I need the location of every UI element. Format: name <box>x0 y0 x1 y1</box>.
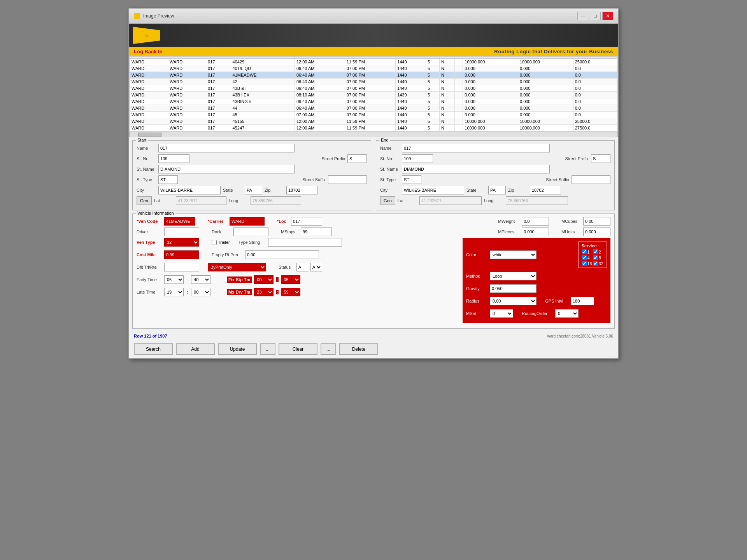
end-stno-input[interactable] <box>402 154 433 163</box>
table-cell: 017 <box>206 79 231 85</box>
method-select[interactable]: Loop <box>490 272 537 280</box>
color-select[interactable]: white <box>490 250 537 259</box>
munits-input[interactable] <box>583 228 610 236</box>
end-zip-input[interactable] <box>530 186 561 194</box>
mweight-input[interactable] <box>522 217 549 226</box>
service-32-check[interactable] <box>593 261 598 266</box>
start-prefix-input[interactable] <box>347 154 367 163</box>
end-name-input[interactable] <box>402 144 550 152</box>
end-lat-input[interactable] <box>419 196 482 205</box>
fix-stp-m-select[interactable]: 05 <box>281 275 300 284</box>
table-cell: 1439 <box>396 92 426 98</box>
gps-intvl-input[interactable] <box>571 297 594 305</box>
start-stname-input[interactable] <box>158 165 295 173</box>
clear-button[interactable]: Clear <box>279 343 317 355</box>
start-long-input[interactable] <box>251 196 301 205</box>
table-row[interactable]: WARDWARD0174042912:00 AM11:59 PM14405N10… <box>130 59 617 65</box>
minimize-button[interactable]: — <box>577 12 588 20</box>
cost-mile-input[interactable] <box>164 250 199 259</box>
table-row[interactable]: WARDWARD0174524712:00 AM11:59 PM14405N10… <box>130 125 617 131</box>
end-geo-button[interactable]: Geo <box>380 196 395 205</box>
start-name-input[interactable] <box>158 144 295 152</box>
veh-type-select[interactable]: 32 <box>164 238 199 247</box>
scrollbar-thumb[interactable] <box>138 133 161 136</box>
early-time-m-select[interactable]: 40 <box>191 275 210 284</box>
routing-order-select[interactable]: 0 <box>555 309 579 318</box>
table-cell: 0.000 <box>463 65 518 72</box>
dock-input[interactable] <box>233 228 268 236</box>
mset-select[interactable]: 0 <box>490 309 513 318</box>
carrier-input[interactable] <box>230 217 265 226</box>
table-cell <box>455 125 463 131</box>
table-row[interactable]: WARDWARD01741MEADWE06:40 AM07:00 PM14405… <box>130 72 617 79</box>
veh-code-input[interactable] <box>164 217 195 226</box>
start-state-input[interactable] <box>245 186 262 194</box>
mx-drv-h-select[interactable]: 23 <box>254 288 274 296</box>
data-table-container[interactable]: WARDWARD0174042912:00 AM11:59 PM14405N10… <box>129 56 618 132</box>
status-input[interactable] <box>296 263 308 271</box>
start-suffix-input[interactable] <box>328 175 367 184</box>
start-sttype-input[interactable] <box>158 175 178 184</box>
service-8-check[interactable] <box>593 255 598 260</box>
start-geo-button[interactable]: Geo <box>137 196 152 205</box>
service-2-check[interactable] <box>593 249 598 254</box>
end-prefix-input[interactable] <box>591 154 610 163</box>
horizontal-scrollbar[interactable] <box>129 132 618 137</box>
late-time-h-select[interactable]: 19 <box>164 288 184 296</box>
search-button[interactable]: Search <box>134 343 173 355</box>
table-row[interactable]: WARDWARD0174507:00 AM07:00 PM14405N0.000… <box>130 112 617 118</box>
table-row[interactable]: WARDWARD0174406:40 AM07:00 PM14405N0.000… <box>130 105 617 112</box>
start-lat-input[interactable] <box>176 196 226 205</box>
delete-button[interactable]: Delete <box>339 343 378 355</box>
driver-input[interactable] <box>164 228 199 236</box>
add-button[interactable]: Add <box>176 343 215 355</box>
service-16-check[interactable] <box>582 261 587 266</box>
table-cell: 06:40 AM <box>295 79 345 85</box>
mpieces-input[interactable] <box>522 228 549 236</box>
dots2-button[interactable]: ... <box>321 343 336 355</box>
table-row[interactable]: WARDWARD01743B & I06:40 AM07:00 PM14405N… <box>130 85 617 92</box>
table-cell: N <box>440 85 455 92</box>
empty-rt-pen-input[interactable] <box>245 250 319 259</box>
mstops-input[interactable] <box>301 228 332 236</box>
table-cell <box>455 98 463 105</box>
table-row[interactable]: WARDWARD0174515512:00 AM11:59 PM14405N10… <box>130 118 617 125</box>
start-stno-input[interactable] <box>158 154 189 163</box>
end-suffix-input[interactable] <box>572 175 610 184</box>
log-back-in-link[interactable]: Log Back In <box>134 49 163 54</box>
service-1-check[interactable] <box>582 249 587 254</box>
table-row[interactable]: WARDWARD0174206:40 AM07:00 PM14405N0.000… <box>130 79 617 85</box>
table-row[interactable]: WARDWARD01743BING #06:40 AM07:00 PM14405… <box>130 98 617 105</box>
maximize-button[interactable]: □ <box>590 12 601 20</box>
end-sttype-input[interactable] <box>402 175 421 184</box>
status-select[interactable]: A <box>310 263 322 271</box>
dots-button[interactable]: ... <box>260 343 275 355</box>
table-row[interactable]: WARDWARD01743B I EX08:10 AM07:00 PM14395… <box>130 92 617 98</box>
fix-stp-h-select[interactable]: 00 <box>254 275 274 284</box>
mx-drv-m-select[interactable]: 59 <box>281 288 300 296</box>
end-city-input[interactable] <box>402 186 464 194</box>
service-4-check[interactable] <box>582 255 587 260</box>
gravity-input[interactable] <box>490 284 537 293</box>
start-city-input[interactable] <box>158 186 221 194</box>
early-time-h-select[interactable]: 06 <box>164 275 184 284</box>
start-zip-input[interactable] <box>286 186 317 194</box>
radius-select[interactable]: 0.00 <box>490 297 537 305</box>
mcubes-input[interactable] <box>583 217 610 226</box>
end-state-input[interactable] <box>488 186 506 194</box>
update-button[interactable]: Update <box>218 343 257 355</box>
title-bar-buttons: — □ ✕ <box>577 12 613 20</box>
late-time-m-select[interactable]: 00 <box>191 288 210 296</box>
end-stname-input[interactable] <box>402 165 550 173</box>
trailer-checkbox[interactable] <box>212 240 217 245</box>
dflt-trl-input[interactable] <box>164 263 199 271</box>
table-row[interactable]: WARDWARD01740T/L QU06:40 AM07:00 PM14405… <box>130 65 617 72</box>
table-cell <box>455 92 463 98</box>
end-long-input[interactable] <box>506 196 568 205</box>
close-button[interactable]: ✕ <box>602 12 613 20</box>
by-pref-only-select[interactable]: ByPrefOnly <box>208 263 266 271</box>
loc-input[interactable] <box>291 217 322 226</box>
type-string-input[interactable] <box>268 238 342 247</box>
table-cell: 25000.0 <box>573 118 617 125</box>
button-bar: Search Add Update ... Clear ... Delete <box>129 340 618 358</box>
